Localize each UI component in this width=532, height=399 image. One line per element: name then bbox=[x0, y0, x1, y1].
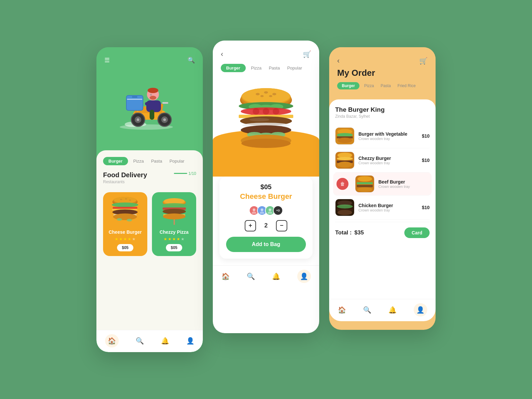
svg-rect-31 bbox=[113, 207, 137, 209]
food-card-1[interactable]: Cheese Burger ★★★★★ $05 bbox=[103, 189, 147, 256]
tab2-popular[interactable]: Popular bbox=[285, 64, 304, 72]
phone1-bottom-nav: 🏠 🔍 🔔 👤 bbox=[96, 330, 203, 352]
phone1-header: ☰ 🔍 bbox=[96, 47, 203, 150]
nav2-search-icon[interactable]: 🔍 bbox=[247, 272, 255, 280]
qty-increment-btn[interactable]: + bbox=[245, 220, 256, 231]
product-price: $05 bbox=[226, 183, 306, 191]
svg-point-30 bbox=[112, 202, 138, 207]
food-price-1[interactable]: $05 bbox=[117, 244, 133, 251]
nav2-user-icon[interactable]: 👤 bbox=[297, 270, 311, 283]
svg-rect-92 bbox=[357, 182, 373, 184]
my-order-title: My Order bbox=[337, 68, 428, 78]
nav-bell-icon[interactable]: 🔔 bbox=[161, 337, 169, 345]
restaurant-address: Zinda Bazar, Sylhet bbox=[335, 114, 430, 119]
order-item-sub-4: Crown wooden tray bbox=[358, 208, 418, 212]
svg-point-19 bbox=[150, 94, 152, 96]
delete-button[interactable]: 🗑 bbox=[336, 178, 348, 190]
nav3-home-icon[interactable]: 🏠 bbox=[338, 306, 346, 314]
menu-icon[interactable]: ☰ bbox=[104, 57, 110, 64]
svg-point-36 bbox=[117, 218, 122, 221]
food-img-2 bbox=[156, 197, 192, 227]
phone2-header: ‹ 🛒 Burger Pizza Pasta Popular bbox=[213, 41, 319, 83]
search-icon[interactable]: 🔍 bbox=[188, 57, 195, 64]
nav-home-icon[interactable]: 🏠 bbox=[105, 334, 119, 347]
order-item-info-3: Beef Burger Crown wooden tray bbox=[378, 179, 424, 189]
phone2-bottom-nav: 🏠 🔍 🔔 👤 bbox=[213, 265, 319, 288]
svg-point-42 bbox=[162, 203, 187, 208]
food-card-bg-1: Cheese Burger ★★★★★ $05 bbox=[103, 192, 147, 256]
food-name-1: Cheese Burger bbox=[107, 229, 143, 235]
tab-pizza[interactable]: Pizza bbox=[131, 157, 146, 165]
card-button[interactable]: Card bbox=[404, 227, 430, 238]
phone2-hero bbox=[213, 83, 319, 177]
tab-pasta[interactable]: Pasta bbox=[149, 157, 164, 165]
phones-container: ☰ 🔍 bbox=[96, 47, 436, 352]
back-icon-3[interactable]: ‹ bbox=[337, 57, 339, 65]
food-price-2[interactable]: $05 bbox=[166, 244, 182, 251]
back-icon[interactable]: ‹ bbox=[221, 50, 223, 59]
pagination-text: 1/10 bbox=[189, 171, 196, 176]
svg-point-20 bbox=[150, 96, 156, 100]
svg-point-37 bbox=[127, 219, 132, 221]
svg-point-79 bbox=[268, 211, 272, 214]
order-category-tabs: Burger Pizza Pasta Fried Rice bbox=[337, 82, 428, 89]
phone3-content: The Burger King Zinda Bazar, Sylhet Burg… bbox=[329, 99, 436, 299]
total-info: Total : $35 bbox=[335, 229, 364, 236]
food-name-2: Chezzy Pizza bbox=[156, 229, 192, 235]
nav3-search-icon[interactable]: 🔍 bbox=[363, 306, 371, 314]
svg-rect-13 bbox=[162, 102, 168, 104]
nav3-user-icon[interactable]: 👤 bbox=[414, 303, 427, 317]
phone2: ‹ 🛒 Burger Pizza Pasta Popular bbox=[213, 41, 319, 333]
nav3-bell-icon[interactable]: 🔔 bbox=[388, 306, 397, 314]
svg-point-62 bbox=[263, 108, 269, 115]
svg-point-91 bbox=[357, 176, 372, 182]
svg-rect-23 bbox=[145, 102, 155, 105]
order-item-4: Chicken Burger Crown wooden tray $10 bbox=[335, 196, 430, 220]
tab2-pizza[interactable]: Pizza bbox=[249, 64, 264, 72]
section-header: Food Delivery Restaurants 1/10 bbox=[103, 171, 196, 184]
qty-number: 2 bbox=[262, 222, 270, 229]
order-item-img-2 bbox=[335, 152, 354, 169]
order-item-sub-1: Crown wooden tray bbox=[358, 137, 418, 141]
food-card-2[interactable]: Chezzy Pizza ★★★★★ $05 bbox=[152, 189, 196, 256]
order-tab-pizza[interactable]: Pizza bbox=[362, 82, 376, 89]
tab2-burger[interactable]: Burger bbox=[221, 64, 246, 72]
order-item-sub-3: Crown wooden tray bbox=[378, 185, 424, 189]
svg-point-63 bbox=[273, 108, 279, 115]
svg-rect-93 bbox=[357, 185, 373, 187]
food-cards: Cheese Burger ★★★★★ $05 bbox=[103, 189, 196, 256]
pagination: 1/10 bbox=[174, 171, 196, 176]
delivery-illustration bbox=[104, 64, 195, 137]
add-to-bag-button[interactable]: Add to Bag bbox=[226, 237, 306, 252]
svg-point-77 bbox=[260, 211, 264, 214]
svg-point-87 bbox=[337, 157, 353, 160]
section-info: Food Delivery Restaurants bbox=[103, 171, 147, 184]
svg-point-9 bbox=[137, 118, 139, 121]
cart-icon-3[interactable]: 🛒 bbox=[419, 57, 428, 65]
tab-burger[interactable]: Burger bbox=[103, 157, 128, 165]
tab-popular[interactable]: Popular bbox=[168, 157, 187, 165]
nav2-bell-icon[interactable]: 🔔 bbox=[272, 272, 280, 280]
svg-point-28 bbox=[125, 198, 127, 200]
nav-user-icon[interactable]: 👤 bbox=[186, 337, 195, 345]
total-row: Total : $35 Card bbox=[335, 222, 430, 241]
qty-decrement-btn[interactable]: − bbox=[276, 220, 287, 231]
order-item-img-4 bbox=[335, 199, 354, 216]
svg-point-74 bbox=[253, 208, 255, 211]
food-img-1 bbox=[107, 197, 143, 227]
order-item-price-1: $10 bbox=[422, 133, 430, 139]
order-tab-burger[interactable]: Burger bbox=[337, 82, 359, 89]
cart-icon[interactable]: 🛒 bbox=[303, 50, 311, 58]
phone3-bottom-nav: 🏠 🔍 🔔 👤 bbox=[329, 299, 436, 321]
svg-point-27 bbox=[120, 199, 122, 200]
order-item-name-2: Chezzy Burger bbox=[358, 156, 418, 161]
order-tab-fried-rice[interactable]: Fried Rice bbox=[395, 82, 418, 89]
svg-point-75 bbox=[252, 211, 256, 214]
phone3: ‹ 🛒 My Order Burger Pizza Pasta Fried Ri… bbox=[329, 47, 436, 330]
nav2-home-icon[interactable]: 🏠 bbox=[221, 272, 230, 280]
nav-search-icon[interactable]: 🔍 bbox=[136, 337, 144, 345]
svg-point-44 bbox=[163, 209, 186, 214]
tab2-pasta[interactable]: Pasta bbox=[267, 64, 282, 72]
svg-point-50 bbox=[242, 88, 290, 104]
order-tab-pasta[interactable]: Pasta bbox=[379, 82, 393, 89]
